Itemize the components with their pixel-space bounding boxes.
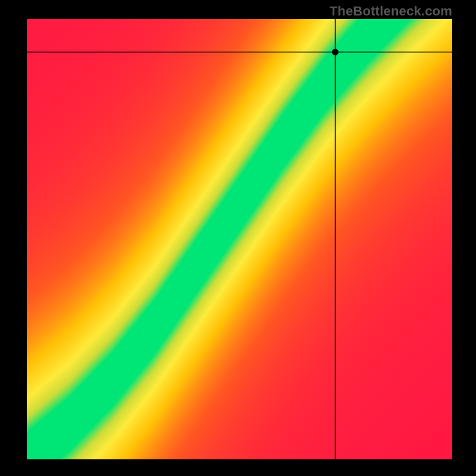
watermark-text: TheBottleneck.com bbox=[330, 4, 452, 19]
heatmap-canvas bbox=[0, 0, 476, 476]
chart-stage: TheBottleneck.com bbox=[0, 0, 476, 476]
